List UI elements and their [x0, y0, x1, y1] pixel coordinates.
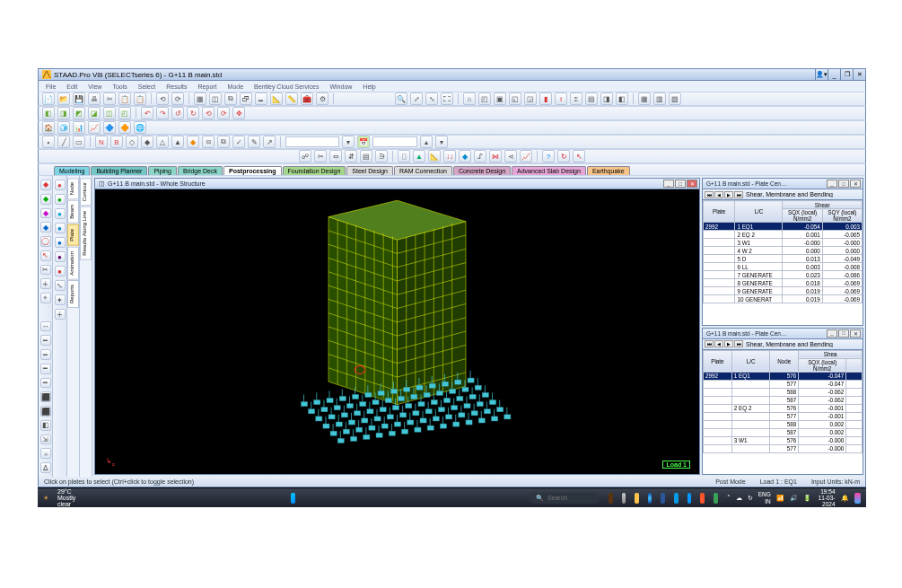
tab-concrete[interactable]: Concrete Design: [453, 166, 511, 175]
tb-sel-beam-icon[interactable]: ╱: [57, 136, 70, 148]
tray-wifi-icon[interactable]: 📶: [776, 495, 784, 502]
tb-rot-right-icon[interactable]: ↷: [156, 107, 169, 119]
sb-icon[interactable]: ◧: [40, 420, 51, 431]
tb-icon[interactable]: 🔶: [118, 121, 131, 134]
tb-icon[interactable]: ◲: [524, 92, 537, 105]
table-row[interactable]: 2 EQ 2576-0.001: [704, 404, 863, 412]
tb-icon[interactable]: ✂: [314, 150, 327, 162]
doc-min[interactable]: _: [663, 180, 674, 188]
table-row[interactable]: 5870.002: [704, 428, 863, 436]
tb-icon[interactable]: 📊: [73, 121, 85, 134]
col-plate[interactable]: Plate: [704, 201, 735, 223]
menu-tools[interactable]: Tools: [112, 83, 127, 90]
tb-icon[interactable]: ◆: [459, 150, 471, 162]
nav-last-icon[interactable]: ⏭: [734, 191, 743, 198]
tb-icon[interactable]: ⧉: [217, 136, 230, 148]
task-app-icon[interactable]: [714, 493, 718, 504]
sb-icon[interactable]: ⤡: [55, 280, 66, 291]
table-row[interactable]: 8 GENERATE0.018-0.069: [704, 279, 863, 287]
tb-icon[interactable]: 🗕: [255, 92, 267, 105]
sb-icon[interactable]: ᰾: [40, 448, 51, 459]
task-icon[interactable]: [609, 493, 613, 504]
tb-icon[interactable]: ☍: [299, 150, 311, 162]
tb-icon[interactable]: ▲: [171, 136, 184, 148]
sb-icon[interactable]: ●: [55, 223, 66, 233]
tb-icon[interactable]: ◨: [600, 92, 613, 105]
table-row[interactable]: 577-0.047: [704, 380, 863, 388]
tb-icon[interactable]: △: [156, 136, 169, 148]
sb-icon[interactable]: ●: [55, 194, 66, 205]
table-row[interactable]: 587-0.062: [704, 396, 863, 404]
tb-combo-2[interactable]: [372, 136, 417, 147]
task-edge-icon[interactable]: [648, 493, 652, 504]
windows-search-input[interactable]: [547, 495, 592, 501]
tb-icon[interactable]: ⋖: [504, 150, 517, 162]
tb-rot-down-icon[interactable]: ↻: [187, 107, 199, 119]
tb-icon[interactable]: ✎: [248, 136, 260, 148]
sb-icon[interactable]: ●: [55, 251, 66, 262]
tab-piping[interactable]: Piping: [148, 166, 176, 175]
vtab-beam[interactable]: Beam: [67, 200, 79, 224]
tray-notification-icon[interactable]: 🔔: [841, 495, 849, 502]
tray-lang[interactable]: ENG IN: [758, 491, 771, 504]
tb-globe-icon[interactable]: 🌐: [134, 121, 146, 134]
vtab-plate[interactable]: Plate: [67, 224, 79, 246]
tab-steel[interactable]: Steel Design: [346, 166, 393, 175]
tb-viewtop-icon[interactable]: ◪: [88, 107, 101, 119]
tb-icon[interactable]: ◇: [126, 136, 138, 148]
tb-cut-icon[interactable]: ✂: [103, 92, 116, 105]
col-plate[interactable]: Plate: [704, 350, 732, 372]
tray-cloud-icon[interactable]: ☁: [736, 495, 742, 502]
tb-cursor-icon[interactable]: ↖: [573, 150, 585, 162]
tb-icon[interactable]: 🏠: [42, 121, 55, 134]
tb-icon[interactable]: ◫: [209, 92, 222, 105]
3d-canvas[interactable]: ↳z Load 1: [95, 189, 699, 474]
table-row[interactable]: 5880.002: [704, 420, 863, 428]
tb-icon[interactable]: ✓: [232, 136, 245, 148]
tb-icon[interactable]: 🧰: [301, 92, 313, 105]
sb-icon[interactable]: ●: [55, 208, 66, 219]
tb-icon[interactable]: ▦: [638, 92, 651, 105]
sb-icon[interactable]: ⬛: [40, 406, 51, 417]
doc-max[interactable]: □: [675, 180, 686, 188]
nav-first-icon[interactable]: ⏮: [705, 340, 714, 347]
tb-spin-down-icon[interactable]: ▾: [435, 136, 448, 148]
col-node[interactable]: Node: [770, 350, 799, 372]
tb-view3d-icon[interactable]: ◧: [42, 107, 55, 119]
sb-icon[interactable]: ━: [40, 378, 51, 389]
tb-sigma-icon[interactable]: Σ: [570, 92, 582, 105]
tb-rot-ccw-icon[interactable]: ⟳: [217, 107, 230, 119]
tb-icon[interactable]: ⤡: [425, 92, 438, 105]
tab-modeling[interactable]: Modeling: [54, 166, 90, 175]
col-lc[interactable]: L/C: [731, 350, 769, 372]
sb-icon[interactable]: ᐃ: [40, 462, 51, 473]
windows-start-icon[interactable]: [291, 493, 295, 504]
tb-icon[interactable]: ◰: [478, 92, 491, 105]
tb-icon[interactable]: ▤: [585, 92, 598, 105]
sb-icon[interactable]: ✂: [40, 265, 51, 276]
btn-user-icon[interactable]: 👤▾: [815, 69, 828, 80]
sb-icon[interactable]: ◆: [40, 208, 51, 219]
tb-save-icon[interactable]: 💾: [73, 92, 85, 105]
tb-icon[interactable]: ↗: [263, 136, 276, 148]
sb-icon[interactable]: ●: [55, 266, 66, 276]
tb-redo-icon[interactable]: ⟳: [171, 92, 184, 105]
table-row[interactable]: 3 W1-0.000-0.000: [704, 239, 863, 247]
btn-close[interactable]: ✕: [853, 69, 865, 80]
tb-icon[interactable]: ⤢: [410, 92, 423, 105]
tb-icon[interactable]: ᔑ: [474, 150, 486, 162]
tb-new-icon[interactable]: 📄: [42, 92, 55, 105]
tb-rot-left-icon[interactable]: ↶: [141, 107, 153, 119]
tb-cal-icon[interactable]: 📅: [357, 136, 370, 148]
tb-flag-icon[interactable]: ▮: [539, 92, 552, 105]
tray-sync-icon[interactable]: ↻: [748, 495, 753, 502]
sb-icon[interactable]: ⬛: [40, 391, 51, 402]
panel2-min[interactable]: _: [827, 329, 837, 338]
tray-clock[interactable]: 19:54 11-03-2024: [817, 488, 836, 507]
tb-viewiso-icon[interactable]: ◫: [103, 107, 116, 119]
vtab-animation[interactable]: Animation: [67, 247, 79, 280]
tb-rot-up-icon[interactable]: ↺: [171, 107, 184, 119]
tb-icon[interactable]: ◆: [141, 136, 153, 148]
vtab-node[interactable]: Node: [67, 178, 79, 199]
tab-postprocessing[interactable]: Postprocessing: [223, 166, 282, 175]
